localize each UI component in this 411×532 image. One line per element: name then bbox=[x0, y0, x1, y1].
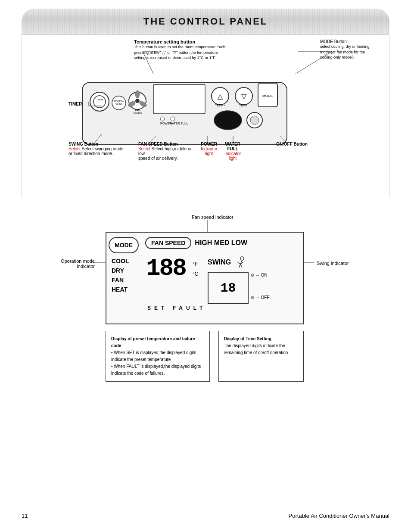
water-full-label: WATER FULL Indicator light bbox=[224, 142, 241, 161]
page-number: 11 bbox=[22, 513, 28, 519]
water-full-ind: Indicator bbox=[224, 151, 241, 156]
control-panel-area: Temperature setting button This button i… bbox=[22, 34, 389, 198]
note-box-1: Display of preset temperature and failur… bbox=[106, 331, 210, 382]
note1-point2: • When FAULT is displayed,the displayed … bbox=[111, 363, 204, 377]
svg-text:TEMP-: TEMP- bbox=[239, 104, 249, 107]
svg-text:RATING: RATING bbox=[114, 100, 124, 102]
cool-label: COOL bbox=[112, 258, 129, 264]
note2-desc: The displayed digits indicate the remain… bbox=[224, 342, 298, 356]
swing-select-red: Select bbox=[68, 146, 81, 151]
water-full-title: WATER bbox=[224, 142, 241, 146]
svg-text:▽: ▽ bbox=[241, 93, 247, 100]
timer-digits-box: 18 bbox=[208, 272, 249, 304]
op-mode-line1: Operation mode bbox=[43, 258, 95, 264]
mode-button-display: MODE bbox=[109, 237, 139, 253]
swing-desc1: Select swinging mode bbox=[82, 146, 124, 151]
fan-desc2: speed of air delivery. bbox=[138, 156, 199, 161]
svg-text:△: △ bbox=[218, 93, 223, 100]
big-temperature-digits: 188 bbox=[146, 256, 186, 280]
note1-title: Display of preset temperature and failur… bbox=[111, 336, 204, 349]
water-full-light: light bbox=[224, 156, 241, 161]
top-section: THE CONTROL PANEL Temperature setting bu… bbox=[22, 9, 389, 198]
swing-title-label: SWING bbox=[208, 258, 231, 266]
mode-button-label: MODE Button select cooling, dry or heati… bbox=[320, 39, 376, 60]
swing-area: SWING 18 bbox=[208, 256, 249, 304]
heat-label: HEAT bbox=[112, 286, 129, 293]
footer-text: Portable Air Conditioner Owner's Manual bbox=[289, 513, 389, 519]
fan-speed-button-display: FAN SPEED bbox=[145, 237, 191, 249]
display-diagram: Fan speed indicator Operation mode indic… bbox=[22, 211, 389, 366]
bottom-section: Fan speed indicator Operation mode indic… bbox=[22, 211, 389, 366]
dry-label: DRY bbox=[112, 267, 129, 274]
svg-point-29 bbox=[250, 116, 259, 124]
power-ind-sub2: light bbox=[201, 151, 217, 156]
fan-label: FAN bbox=[112, 277, 129, 283]
svg-text:WATER.FULL: WATER.FULL bbox=[169, 122, 188, 125]
svg-point-2 bbox=[93, 96, 106, 108]
page-title: THE CONTROL PANEL bbox=[143, 16, 268, 27]
power-indicator-label: POWER Indicator light bbox=[201, 142, 217, 156]
high-med-low-label: HIGH MED LOW bbox=[195, 239, 247, 247]
water-full-sub: FULL bbox=[224, 146, 241, 151]
svg-rect-14 bbox=[153, 84, 205, 114]
svg-point-8 bbox=[135, 99, 140, 103]
svg-line-46 bbox=[238, 262, 240, 264]
set-fault-label: SET FAULT bbox=[147, 305, 206, 311]
swing-desc2: or fixed direction mode. bbox=[68, 151, 129, 156]
power-ind-title: POWER bbox=[201, 142, 217, 146]
onoff-button-label: ON/OFF Button bbox=[276, 142, 308, 146]
fan-speed-indicator-label: Fan speed indicator bbox=[192, 215, 234, 220]
banner: THE CONTROL PANEL bbox=[22, 9, 389, 34]
swing-title-row: SWING bbox=[208, 256, 249, 268]
temp-setting-label: Temperature setting button This button i… bbox=[134, 39, 229, 61]
svg-point-44 bbox=[240, 257, 244, 260]
svg-text:SWING: SWING bbox=[115, 103, 123, 106]
fan-speed-button-label: FAN SPEED Button Select Select high,midd… bbox=[138, 142, 199, 161]
svg-point-15 bbox=[160, 117, 165, 121]
degree-f: °F bbox=[193, 259, 198, 269]
mode-items-list: COOL DRY FAN HEAT bbox=[112, 258, 129, 293]
power-ind-subtitle: Indicator bbox=[201, 146, 217, 151]
svg-line-49 bbox=[240, 264, 242, 268]
svg-text:SPEED: SPEED bbox=[133, 112, 142, 115]
off-arrow-label: ⊙ → OFF bbox=[251, 293, 270, 302]
svg-point-9 bbox=[135, 90, 140, 98]
note-box-2: Display of Time Setting The displayed di… bbox=[218, 331, 304, 382]
page-footer: 11 Portable Air Conditioner Owner's Manu… bbox=[0, 513, 411, 519]
display-panel: MODE COOL DRY FAN HEAT FAN SPEED HIGH ME… bbox=[106, 232, 304, 324]
swing-icon bbox=[234, 256, 246, 268]
on-off-arrows: ⊙ → ON ⊙ → OFF bbox=[251, 271, 270, 302]
fan-select-red: Select bbox=[138, 146, 150, 151]
degree-markers: °F °C bbox=[193, 259, 198, 279]
degree-c: °C bbox=[193, 269, 198, 279]
swing-button-label: SWING Button Select Select swinging mode… bbox=[68, 142, 129, 156]
operation-mode-indicator-label: Operation mode indicator bbox=[43, 258, 95, 269]
svg-point-27 bbox=[214, 111, 242, 130]
device-diagram: Timer RATING SWING FAN SPEED POWER WAT bbox=[78, 74, 293, 151]
swing-button-title: SWING Button bbox=[68, 142, 129, 146]
mode-button-desc: select cooling, dry or heating mode (or … bbox=[320, 44, 376, 60]
temp-setting-desc: This button is used to set the room temp… bbox=[134, 44, 229, 61]
svg-text:Timer: Timer bbox=[96, 98, 103, 101]
on-arrow-label: ⊙ → ON bbox=[251, 271, 270, 280]
mode-button-title: MODE Button bbox=[320, 39, 376, 44]
svg-text:FAN: FAN bbox=[135, 109, 140, 112]
notes-section: Display of preset temperature and failur… bbox=[106, 331, 304, 382]
swing-indicator-label: Swing indicator bbox=[317, 261, 349, 266]
note2-title: Display of Time Setting bbox=[224, 336, 298, 342]
svg-text:MODE: MODE bbox=[262, 94, 273, 98]
svg-text:TEMP+: TEMP+ bbox=[215, 104, 225, 107]
note1-point1: • When SET is displayed,the displayed di… bbox=[111, 349, 204, 363]
op-mode-line2: indicator bbox=[43, 264, 95, 269]
svg-point-17 bbox=[171, 117, 175, 121]
temp-setting-title: Temperature setting button bbox=[134, 39, 229, 44]
svg-line-48 bbox=[239, 264, 240, 268]
fan-speed-title: FAN SPEED Button bbox=[138, 142, 199, 146]
fan-speed-row: FAN SPEED HIGH MED LOW bbox=[145, 237, 247, 249]
